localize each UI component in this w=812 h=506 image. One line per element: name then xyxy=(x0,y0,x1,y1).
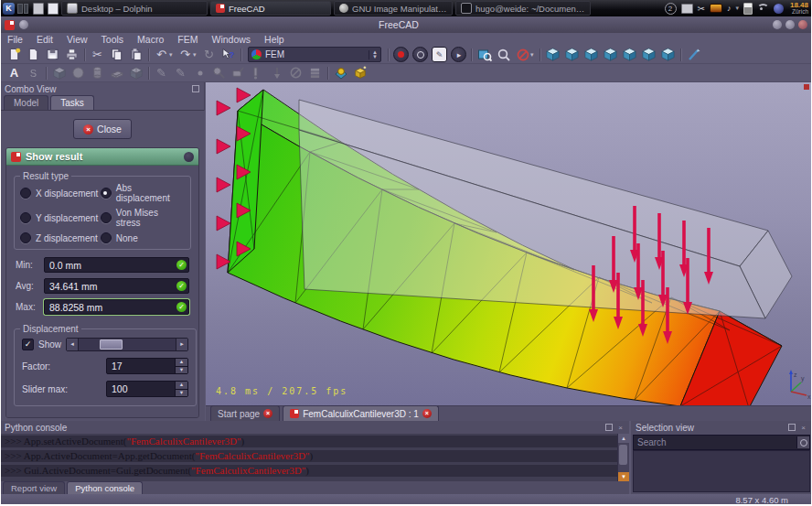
fem-node-set-icon[interactable] xyxy=(331,65,350,81)
tab-tasks[interactable]: Tasks xyxy=(50,95,94,110)
max-field[interactable]: 88.8258 mm xyxy=(44,299,189,315)
show-result-header[interactable]: Show result xyxy=(6,148,198,166)
scroll-up-icon[interactable]: ▲ xyxy=(618,434,629,443)
macro-stop-icon[interactable] xyxy=(411,47,430,63)
clip-plane-icon[interactable] xyxy=(286,65,305,81)
mesh-box-icon[interactable] xyxy=(126,65,145,81)
kde-launcher-icon[interactable]: K xyxy=(3,3,15,15)
undo-icon[interactable]: ↶ xyxy=(152,47,171,63)
tab-python-console[interactable]: Python console xyxy=(67,481,143,494)
menu-tools[interactable]: Tools xyxy=(102,34,124,45)
macro-edit-icon[interactable]: ✎ xyxy=(430,47,449,63)
view-front-icon[interactable] xyxy=(562,47,582,63)
cut-icon[interactable]: ✂ xyxy=(88,47,107,63)
view-rear-icon[interactable] xyxy=(620,47,639,63)
desktop-pager-icon[interactable] xyxy=(17,3,29,15)
minimize-button[interactable] xyxy=(773,20,782,29)
network-globe-icon[interactable] xyxy=(774,4,784,14)
open-document-icon[interactable] xyxy=(24,47,43,63)
draw-style-dropdown-icon[interactable]: ▾ xyxy=(530,51,537,59)
whats-this-icon[interactable]: ? xyxy=(219,47,238,63)
window-menu-icon[interactable] xyxy=(19,20,28,29)
refresh-icon[interactable]: ↻ xyxy=(199,47,219,63)
zoom-icon[interactable] xyxy=(494,47,513,63)
view-left-icon[interactable] xyxy=(658,47,678,63)
slab-primitive-icon[interactable] xyxy=(107,65,126,81)
taskbar-window-terminal[interactable]: hugo@weide: ~/Documents/d xyxy=(455,1,591,16)
slider-left-icon[interactable]: ◂ xyxy=(67,339,79,350)
draw-style-icon[interactable] xyxy=(513,47,532,63)
shape-string-icon[interactable]: S xyxy=(24,65,43,81)
slider-max-spinbox[interactable]: 100 ▲▼ xyxy=(106,381,188,397)
clipboard-scissors-icon[interactable]: ✂ xyxy=(698,4,705,14)
avg-field[interactable]: 34.641 mm xyxy=(44,278,189,294)
menu-file[interactable]: File xyxy=(7,34,23,45)
undo-dropdown-icon[interactable]: ▾ xyxy=(169,51,176,59)
float-panel-icon[interactable] xyxy=(605,424,613,431)
float-panel-icon[interactable] xyxy=(788,424,796,431)
close-panel-icon[interactable]: × xyxy=(799,424,807,432)
slider-max-spin-buttons[interactable]: ▲▼ xyxy=(175,382,187,396)
zoom-fit-icon[interactable] xyxy=(475,47,494,63)
displacement-slider[interactable]: ◂ ▸ xyxy=(66,338,188,351)
search-icon[interactable] xyxy=(796,436,809,448)
menu-windows[interactable]: Windows xyxy=(211,34,251,45)
tab-report-view[interactable]: Report view xyxy=(3,481,65,494)
tab-model[interactable]: Model xyxy=(4,95,48,110)
min-field[interactable]: 0.0 mm xyxy=(44,257,189,273)
battery-icon[interactable] xyxy=(743,3,753,15)
search-input[interactable]: Search xyxy=(634,437,796,447)
3d-viewport[interactable]: z y x 4.8 ms / 207.5 fps xyxy=(206,82,812,405)
folder-shortcut-icon[interactable] xyxy=(47,3,59,15)
box-primitive-icon[interactable] xyxy=(49,65,69,81)
cylinder-primitive-icon[interactable] xyxy=(88,65,107,81)
paste-icon[interactable] xyxy=(126,47,145,63)
menu-fem[interactable]: FEM xyxy=(177,34,198,45)
redo-icon[interactable]: ↷ xyxy=(176,47,195,63)
radio-von-mises-stress[interactable]: Von Mises stress xyxy=(101,208,185,228)
close-panel-icon[interactable]: × xyxy=(616,424,625,432)
view-bottom-icon[interactable] xyxy=(639,47,658,63)
redo-dropdown-icon[interactable]: ▾ xyxy=(193,51,199,59)
tab-fem-document[interactable]: FemCalculixCantilever3D : 1 xyxy=(283,405,439,421)
keyboard-indicator-icon[interactable] xyxy=(710,4,722,13)
window-titlebar[interactable]: FreeCAD xyxy=(0,16,812,33)
show-checkbox[interactable] xyxy=(22,339,34,350)
factor-spin-buttons[interactable]: ▲▼ xyxy=(175,359,187,373)
clock[interactable]: 18.48 Zürich xyxy=(790,2,808,16)
menu-view[interactable]: View xyxy=(67,34,88,45)
result-list-icon[interactable] xyxy=(305,65,325,81)
save-document-icon[interactable] xyxy=(43,47,62,63)
volume-icon[interactable]: ♪ xyxy=(727,4,732,13)
draft-pencil-icon[interactable]: ✎ xyxy=(152,65,171,81)
menu-macro[interactable]: Macro xyxy=(137,34,164,45)
notification-badge-icon[interactable]: 2 xyxy=(665,3,677,15)
radio-none[interactable]: None xyxy=(101,232,185,243)
slider-thumb[interactable] xyxy=(100,339,123,350)
tab-start-page[interactable]: Start page xyxy=(210,405,280,421)
draft-point-icon[interactable] xyxy=(190,65,209,81)
constraint-fixed-icon[interactable] xyxy=(248,65,267,81)
draft-pen-icon[interactable]: ✎ xyxy=(171,65,190,81)
close-tab-icon[interactable] xyxy=(422,409,432,418)
slider-right-icon[interactable]: ▸ xyxy=(176,339,187,350)
close-task-button[interactable]: × Close xyxy=(73,119,132,139)
scroll-down-icon[interactable]: ▼ xyxy=(618,472,629,481)
view-right-icon[interactable] xyxy=(601,47,620,63)
taskbar-window-freecad[interactable]: FreeCAD xyxy=(210,1,331,16)
console-scrollbar[interactable]: ▲ ▼ xyxy=(617,434,629,481)
copy-icon[interactable] xyxy=(107,47,126,63)
macro-play-icon[interactable]: ▸ xyxy=(449,47,468,63)
radio-y-displacement[interactable]: Y displacement xyxy=(20,208,101,228)
float-panel-icon[interactable] xyxy=(192,85,199,92)
fem-analysis-icon[interactable] xyxy=(209,65,229,81)
factor-spinbox[interactable]: 17 ▲▼ xyxy=(106,358,188,374)
close-window-button[interactable] xyxy=(798,20,807,29)
fem-solver-icon[interactable] xyxy=(229,65,248,81)
text-annotation-icon[interactable]: A xyxy=(5,65,24,81)
view-axonometric-icon[interactable] xyxy=(543,47,562,63)
fem-mesh-region-icon[interactable] xyxy=(350,65,369,81)
show-desktop-icon[interactable] xyxy=(32,3,44,15)
measure-icon[interactable] xyxy=(684,47,703,63)
python-console-body[interactable]: >>> App.setActiveDocument("FemCalculixCa… xyxy=(0,434,618,481)
